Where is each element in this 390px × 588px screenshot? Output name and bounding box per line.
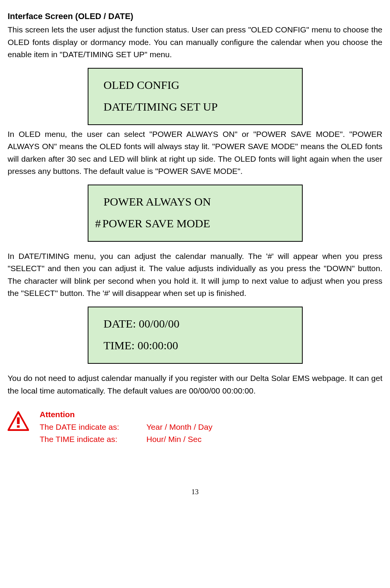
attention-text: Attention The DATE indicate as: Year / M…: [40, 408, 212, 446]
oled-config-box: OLED CONFIG DATE/TIMING SET UP: [88, 68, 303, 125]
paragraph-date-timing: In DATE/TIMING menu, you can adjust the …: [8, 250, 382, 300]
svg-rect-2: [17, 426, 20, 428]
attention-row-date: The DATE indicate as: Year / Month / Day: [40, 421, 212, 434]
paragraph-intro: This screen lets the user adjust the fun…: [8, 24, 382, 61]
hash-marker: #: [95, 212, 101, 234]
paragraph-auto-calendar: You do not need to adjust calendar manua…: [8, 372, 382, 397]
box3-line1: DATE: 00/00/00: [104, 313, 287, 334]
attention-block: Attention The DATE indicate as: Year / M…: [8, 408, 382, 446]
date-time-box: DATE: 00/00/00 TIME: 00:00:00: [88, 307, 303, 364]
box3-line2: TIME: 00:00:00: [104, 334, 287, 356]
paragraph-oled-menu: In OLED menu, the user can select "POWER…: [8, 128, 382, 178]
attention-time-value: Hour/ Min / Sec: [146, 433, 202, 446]
attention-date-key: The DATE indicate as:: [40, 421, 146, 434]
warning-icon: [8, 411, 29, 432]
page-number: 13: [8, 488, 382, 496]
section-heading: Interface Screen (OLED / DATE): [8, 11, 382, 21]
attention-date-value: Year / Month / Day: [146, 421, 212, 434]
power-mode-box: POWER ALWAYS ON # POWER SAVE MODE: [88, 185, 303, 242]
attention-time-key: The TIME indicate as:: [40, 433, 146, 446]
box2-line2: POWER SAVE MODE: [103, 212, 210, 234]
svg-rect-1: [17, 418, 20, 424]
box2-line1: POWER ALWAYS ON: [104, 191, 287, 212]
attention-row-time: The TIME indicate as: Hour/ Min / Sec: [40, 433, 212, 446]
box1-line1: OLED CONFIG: [104, 74, 287, 96]
box1-line2: DATE/TIMING SET UP: [104, 96, 287, 117]
attention-label: Attention: [40, 408, 212, 421]
